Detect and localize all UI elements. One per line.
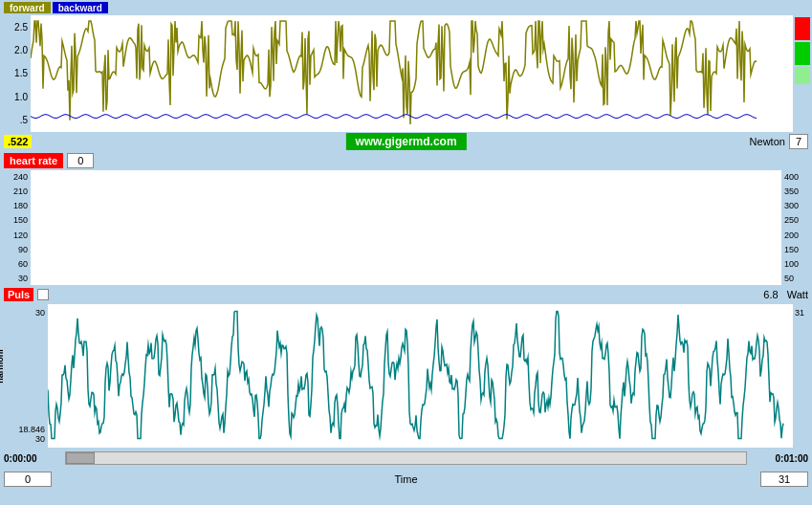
website-label: www.gigermd.com xyxy=(345,133,466,150)
y-label-15: 1.5 xyxy=(14,68,28,78)
counter-start: 0 xyxy=(4,472,52,487)
bot-y-bot: 30 xyxy=(35,434,45,444)
top-y-axis-right xyxy=(793,15,812,132)
top-chart-row: 2.5 2.0 1.5 1.0 .5 xyxy=(0,15,812,132)
color-block-red xyxy=(795,17,810,40)
time-end: 0:01:00 xyxy=(751,453,808,464)
watt-text: Watt xyxy=(787,289,808,300)
legend-backward: backward xyxy=(53,2,108,13)
legend-bar: forward backward xyxy=(0,0,812,15)
time-label: Time xyxy=(394,473,417,485)
y-label-05: .5 xyxy=(20,115,28,125)
newton-label: Newton 7 xyxy=(750,134,808,149)
top-chart-area xyxy=(31,15,793,132)
main-container: forward backward 2.5 2.0 1.5 1.0 .5 .522… xyxy=(0,0,812,505)
top-y-axis-left: 2.5 2.0 1.5 1.0 .5 xyxy=(0,15,31,132)
controls-row: 0:00:00 0:01:00 xyxy=(0,448,812,469)
bot-y-axis-right: 31 xyxy=(793,304,812,448)
scrollbar[interactable] xyxy=(65,451,747,465)
bot-y-axis-left: 30 harmoni 18.846 30 xyxy=(0,304,48,448)
bot-y-mid: 18.846 xyxy=(18,425,45,434)
newton-text: Newton xyxy=(750,136,785,147)
y-label-20: 2.0 xyxy=(14,45,28,55)
bot-right-top: 31 xyxy=(795,308,804,318)
bottom-label-row: .522 www.gigermd.com Newton 7 xyxy=(0,132,812,151)
mid-y-axis-right: 400 350 300 250 200 150 100 50 xyxy=(781,170,812,285)
y-label-10: 1.0 xyxy=(14,92,28,102)
top-section: forward backward 2.5 2.0 1.5 1.0 .5 .522… xyxy=(0,0,812,151)
time-start: 0:00:00 xyxy=(4,453,61,464)
hr-value: 0 xyxy=(67,153,94,168)
bottom-section: 30 harmoni 18.846 30 31 xyxy=(0,304,812,448)
mid-chart-area xyxy=(31,170,781,285)
puls-label: Puls xyxy=(4,288,33,301)
bot-chart-area xyxy=(48,304,793,448)
counter-end: 31 xyxy=(760,472,808,487)
hr-label: heart rate xyxy=(4,153,63,168)
middle-section: 240 210 180 150 120 90 60 30 400 350 300… xyxy=(0,170,812,285)
legend-forward: forward xyxy=(4,2,51,13)
hr-section: heart rate 0 xyxy=(0,151,812,170)
color-block-lightgreen xyxy=(795,67,810,84)
puls-row: Puls 6.8 Watt xyxy=(0,285,812,304)
bot-y-label: harmoni xyxy=(0,349,5,384)
watt-value: 6.8 xyxy=(763,289,778,300)
y-label-25: 2.5 xyxy=(14,22,28,33)
bot-y-top: 30 xyxy=(35,308,45,318)
mid-y-axis-left: 240 210 180 150 120 90 60 30 xyxy=(0,170,31,285)
watt-label: 6.8 Watt xyxy=(763,289,808,300)
newton-value: 7 xyxy=(789,134,808,149)
value-yellow: .522 xyxy=(4,135,32,148)
scrollbar-thumb[interactable] xyxy=(66,452,95,464)
bottom-controls-row: 0 Time 31 xyxy=(0,469,812,490)
puls-checkbox[interactable] xyxy=(37,289,49,300)
color-block-green xyxy=(795,42,810,65)
